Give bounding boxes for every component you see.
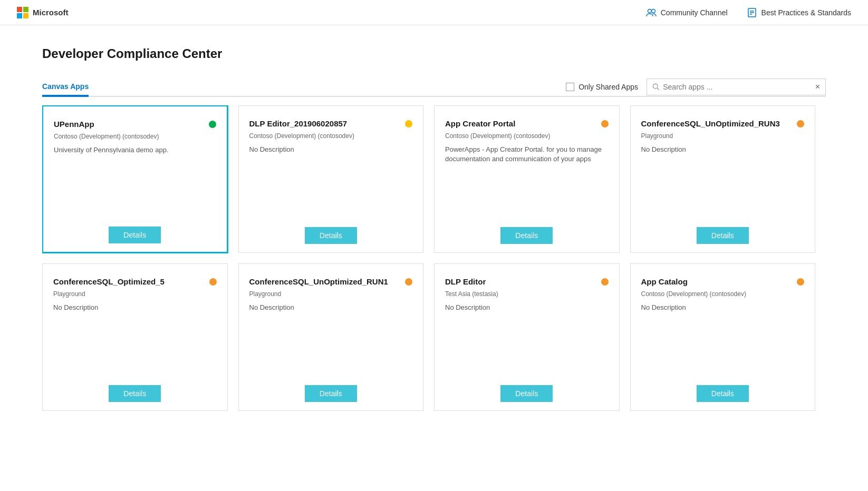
app-card-header: App Creator Portal [445, 119, 609, 129]
toolbar-right: Only Shared Apps × [566, 78, 826, 95]
best-practices-link[interactable]: Best Practices & Standards [747, 7, 851, 18]
app-card-header: UPennApp [54, 119, 216, 130]
app-env: Contoso (Development) (contosodev) [641, 290, 805, 298]
app-card: App Creator Portal Contoso (Development)… [434, 105, 620, 253]
app-card-header: ConferenceSQL_UnOptimized_RUN1 [249, 277, 413, 287]
app-name: UPennApp [54, 119, 209, 130]
app-name: DLP Editor_201906020857 [249, 119, 406, 129]
details-button[interactable]: Details [500, 385, 553, 402]
community-channel-link[interactable]: Community Channel [646, 7, 728, 18]
app-card-footer: Details [53, 385, 217, 402]
app-desc: PowerApps - App Creator Portal. for you … [445, 145, 609, 217]
app-card: ConferenceSQL_UnOptimized_RUN1 Playgroun… [238, 263, 424, 411]
best-practices-label: Best Practices & Standards [761, 8, 851, 17]
app-card-header: ConferenceSQL_Optimized_5 [53, 277, 217, 287]
app-card: ConferenceSQL_UnOptimized_RUN3 Playgroun… [630, 105, 816, 253]
app-desc: No Description [445, 303, 609, 375]
tabs-divider [42, 96, 826, 97]
svg-point-1 [651, 9, 655, 13]
svg-line-7 [657, 88, 659, 90]
app-card-footer: Details [641, 227, 805, 244]
header-left: Microsoft [17, 7, 69, 18]
app-card: DLP Editor Test Asia (testasia) No Descr… [434, 263, 620, 411]
app-desc: No Description [641, 145, 805, 217]
search-box: × [647, 78, 826, 95]
header: Microsoft Community Channel [0, 0, 868, 25]
app-name: DLP Editor [445, 277, 601, 287]
app-card-footer: Details [249, 227, 413, 244]
app-desc: No Description [249, 303, 413, 375]
app-card-footer: Details [249, 385, 413, 402]
app-desc: No Description [249, 145, 413, 217]
page-title: Developer Compliance Center [42, 46, 826, 61]
community-icon [646, 7, 657, 18]
app-env: Contoso (Development) (contosodev) [445, 132, 609, 140]
details-button[interactable]: Details [109, 385, 161, 402]
apps-grid: UPennApp Contoso (Development) (contosod… [42, 105, 826, 411]
app-name: Microsoft [33, 8, 69, 17]
app-card: UPennApp Contoso (Development) (contosod… [42, 105, 228, 253]
app-card-header: DLP Editor [445, 277, 609, 287]
app-card-footer: Details [445, 227, 609, 244]
svg-point-6 [653, 84, 658, 89]
document-icon [747, 7, 757, 18]
status-dot [797, 278, 804, 286]
search-input[interactable] [663, 83, 812, 91]
app-card-footer: Details [54, 227, 216, 243]
app-desc: No Description [641, 303, 805, 375]
community-channel-label: Community Channel [661, 8, 728, 17]
app-desc: No Description [53, 303, 217, 375]
app-env: Playground [53, 290, 217, 298]
details-button[interactable]: Details [305, 385, 357, 402]
details-button[interactable]: Details [697, 227, 749, 244]
app-name: ConferenceSQL_UnOptimized_RUN3 [641, 119, 797, 129]
app-card: App Catalog Contoso (Development) (conto… [630, 263, 816, 411]
app-env: Contoso (Development) (contosodev) [249, 132, 413, 140]
status-dot [601, 120, 609, 127]
app-card-header: ConferenceSQL_UnOptimized_RUN3 [641, 119, 805, 129]
app-desc: University of Pennsylvania demo app. [54, 145, 216, 217]
details-button[interactable]: Details [109, 227, 161, 243]
app-env: Playground [641, 132, 805, 140]
app-card: DLP Editor_201906020857 Contoso (Develop… [238, 105, 424, 253]
main-content: Developer Compliance Center Canvas Apps … [0, 25, 868, 432]
app-card-footer: Details [641, 385, 805, 402]
app-card: ConferenceSQL_Optimized_5 Playground No … [42, 263, 228, 411]
microsoft-logo [17, 7, 28, 18]
toolbar: Canvas Apps Only Shared Apps × [42, 78, 826, 96]
search-icon [652, 83, 660, 91]
app-card-header: App Catalog [641, 277, 805, 287]
details-button[interactable]: Details [305, 227, 357, 244]
app-env: Playground [249, 290, 413, 298]
only-shared-text: Only Shared Apps [578, 83, 638, 91]
status-dot [209, 278, 217, 286]
app-name: App Catalog [641, 277, 797, 287]
details-button[interactable]: Details [500, 227, 553, 244]
tabs: Canvas Apps [42, 78, 101, 96]
status-dot [405, 120, 412, 127]
app-name: ConferenceSQL_UnOptimized_RUN1 [249, 277, 406, 287]
search-clear-button[interactable]: × [815, 82, 820, 92]
only-shared-checkbox[interactable] [566, 83, 574, 91]
only-shared-label[interactable]: Only Shared Apps [566, 83, 638, 91]
status-dot [797, 120, 804, 127]
header-right: Community Channel Best Practices & Stand… [646, 7, 851, 18]
app-env: Test Asia (testasia) [445, 290, 609, 298]
status-dot [405, 278, 412, 286]
app-name: ConferenceSQL_Optimized_5 [53, 277, 209, 287]
status-dot [209, 121, 216, 128]
app-env: Contoso (Development) (contosodev) [54, 133, 216, 140]
app-name: App Creator Portal [445, 119, 601, 129]
app-card-header: DLP Editor_201906020857 [249, 119, 413, 129]
details-button[interactable]: Details [697, 385, 749, 402]
app-card-footer: Details [445, 385, 609, 402]
tab-canvas-apps[interactable]: Canvas Apps [42, 78, 89, 96]
status-dot [601, 278, 609, 286]
svg-point-0 [648, 9, 651, 13]
